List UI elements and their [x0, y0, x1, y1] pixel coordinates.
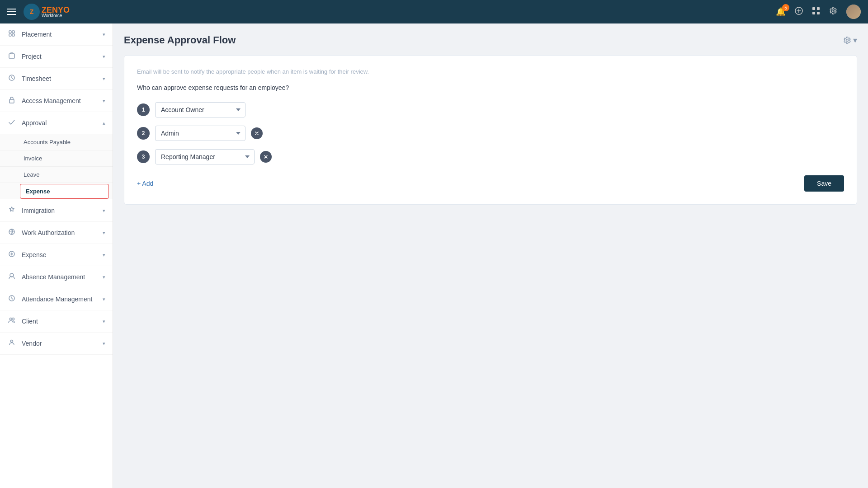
sidebar-item-client[interactable]: Client ▾ [0, 310, 113, 333]
svg-rect-7 [9, 34, 11, 36]
work-authorization-icon [7, 228, 16, 237]
approval-icon [7, 118, 16, 127]
nav-right: 🔔 5 [776, 5, 861, 19]
approval-flow-card: Email will be sent to notify the appropr… [124, 55, 857, 205]
sidebar-item-absence-management[interactable]: Absence Management ▾ [0, 266, 113, 288]
main-content: Expense Approval Flow ▾ Email will be se… [113, 23, 868, 488]
attendance-management-icon [7, 295, 16, 304]
hamburger-menu[interactable] [7, 9, 16, 15]
client-icon [7, 317, 16, 326]
svg-rect-1 [812, 7, 815, 10]
svg-point-17 [11, 340, 13, 343]
sidebar-label-expense: Expense [22, 251, 46, 258]
notification-badge: 5 [782, 4, 789, 11]
settings-gear-icon[interactable] [829, 7, 837, 17]
sidebar-sub-item-invoice[interactable]: Invoice [0, 150, 113, 167]
svg-rect-9 [9, 54, 14, 58]
chevron-down-icon: ▾ [103, 341, 105, 347]
page-title: Expense Approval Flow [124, 34, 236, 46]
absence-management-icon [7, 272, 16, 282]
sidebar-label-approval: Approval [22, 119, 47, 127]
vendor-icon [7, 339, 16, 348]
expense-icon [7, 250, 16, 259]
svg-rect-8 [12, 34, 14, 36]
sidebar-item-placement[interactable]: Placement ▾ [0, 23, 113, 46]
approval-submenu: Accounts Payable Invoice Leave Expense [0, 134, 113, 199]
sidebar-item-access-management[interactable]: Access Management ▾ [0, 90, 113, 112]
sidebar-label-attendance-management: Attendance Management [22, 296, 92, 303]
main-layout: Placement ▾ Project ▾ Timesheet ▾ [0, 23, 868, 488]
svg-rect-3 [812, 12, 815, 14]
remove-approval-3-button[interactable] [260, 151, 272, 163]
svg-point-16 [12, 318, 14, 320]
sidebar-item-attendance-management[interactable]: Attendance Management ▾ [0, 288, 113, 310]
approval-row-1: 1 Account Owner Admin Reporting Manager … [137, 102, 844, 117]
sidebar-item-timesheet[interactable]: Timesheet ▾ [0, 68, 113, 90]
svg-rect-4 [817, 12, 820, 14]
chevron-down-icon: ▾ [103, 98, 105, 104]
placement-icon [7, 30, 16, 39]
sidebar-label-absence-management: Absence Management [22, 273, 85, 281]
settings-dropdown-chevron: ▾ [853, 35, 857, 45]
sidebar-item-approval[interactable]: Approval ▴ [0, 112, 113, 134]
avatar[interactable] [846, 5, 861, 19]
approval-row-3: 3 Account Owner Admin Reporting Manager … [137, 149, 844, 164]
sidebar-sub-item-expense[interactable]: Expense [20, 184, 109, 199]
card-info-text: Email will be sent to notify the appropr… [137, 68, 844, 75]
sidebar-item-vendor[interactable]: Vendor ▾ [0, 333, 113, 355]
sidebar-item-expense-nav[interactable]: Expense ▾ [0, 244, 113, 266]
remove-approval-2-button[interactable] [251, 127, 263, 139]
chevron-down-icon: ▾ [103, 32, 105, 38]
step-badge-1: 1 [137, 103, 150, 116]
sidebar-sub-item-accounts-payable[interactable]: Accounts Payable [0, 134, 113, 150]
card-actions: + Add Save [137, 175, 844, 192]
access-management-icon [7, 96, 16, 105]
notification-icon[interactable]: 🔔 5 [776, 7, 786, 17]
sidebar-item-work-authorization[interactable]: Work Authorization ▾ [0, 222, 113, 244]
top-navigation: Z ZENYO Workforce 🔔 5 [0, 0, 868, 23]
chevron-down-icon: ▾ [103, 230, 105, 236]
svg-rect-5 [9, 31, 11, 33]
sidebar-item-immigration[interactable]: Immigration ▾ [0, 200, 113, 222]
sidebar-label-placement: Placement [22, 31, 52, 38]
sidebar-label-client: Client [22, 318, 38, 325]
brand-subtitle: Workforce [42, 13, 70, 18]
sidebar-sub-item-leave[interactable]: Leave [0, 167, 113, 183]
chevron-down-icon: ▾ [103, 319, 105, 324]
sidebar-label-work-authorization: Work Authorization [22, 229, 75, 236]
step-badge-3: 3 [137, 150, 150, 163]
sidebar-item-project[interactable]: Project ▾ [0, 46, 113, 68]
sidebar: Placement ▾ Project ▾ Timesheet ▾ [0, 23, 113, 488]
chevron-up-icon: ▴ [103, 120, 105, 126]
chevron-down-icon: ▾ [103, 208, 105, 214]
brand-logo-area: Z ZENYO Workforce [24, 4, 70, 20]
sidebar-label-access-management: Access Management [22, 97, 81, 104]
svg-rect-6 [12, 31, 14, 33]
brand-icon: Z [24, 4, 40, 20]
page-header: Expense Approval Flow ▾ [124, 34, 857, 46]
svg-rect-2 [817, 7, 820, 10]
timesheet-icon [7, 74, 16, 83]
chevron-down-icon: ▾ [103, 54, 105, 60]
approval-select-3[interactable]: Account Owner Admin Reporting Manager Di… [155, 149, 255, 164]
svg-rect-11 [9, 99, 14, 103]
grid-icon[interactable] [812, 7, 820, 17]
sidebar-label-immigration: Immigration [22, 207, 55, 214]
nav-left: Z ZENYO Workforce [7, 4, 70, 20]
page-settings-button[interactable]: ▾ [843, 35, 857, 45]
approval-select-2[interactable]: Account Owner Admin Reporting Manager Di… [155, 126, 245, 141]
approval-select-1[interactable]: Account Owner Admin Reporting Manager Di… [155, 102, 245, 117]
sidebar-label-timesheet: Timesheet [22, 75, 51, 82]
chevron-down-icon: ▾ [103, 252, 105, 258]
chevron-down-icon: ▾ [103, 274, 105, 280]
chevron-down-icon: ▾ [103, 76, 105, 82]
add-approval-button[interactable]: + Add [137, 180, 153, 187]
approval-row-2: 2 Account Owner Admin Reporting Manager … [137, 126, 844, 141]
add-icon[interactable] [795, 7, 803, 17]
immigration-icon [7, 206, 16, 215]
brand-text: ZENYO Workforce [42, 5, 70, 18]
step-badge-2: 2 [137, 127, 150, 140]
chevron-down-icon: ▾ [103, 296, 105, 302]
sidebar-label-project: Project [22, 53, 42, 60]
save-button[interactable]: Save [804, 175, 844, 192]
